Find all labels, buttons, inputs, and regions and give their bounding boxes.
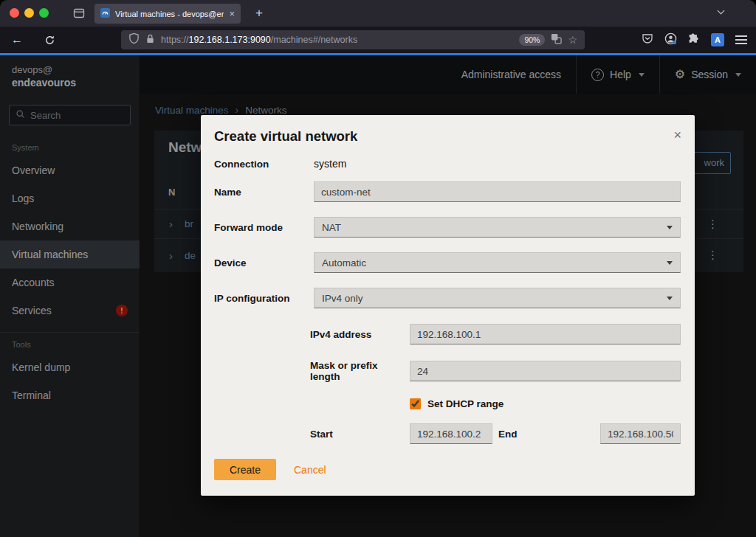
device-value: Automatic <box>322 257 366 268</box>
dhcp-label: Set DHCP range <box>427 398 504 409</box>
name-label: Name <box>214 187 314 198</box>
end-label: End <box>498 429 600 440</box>
browser-window: Virtual machines - devops@end × + ← http… <box>0 0 756 537</box>
start-field[interactable] <box>410 423 492 444</box>
extensions-icon[interactable] <box>688 32 700 47</box>
forward-mode-label: Forward mode <box>214 222 314 233</box>
ip-config-value: IPv4 only <box>322 293 363 304</box>
forward-mode-value: NAT <box>322 222 341 233</box>
tab-close-icon[interactable]: × <box>229 9 235 18</box>
ip-config-select[interactable]: IPv4 only <box>314 288 681 308</box>
create-virtual-network-modal: Create virtual network × Connection syst… <box>201 115 695 496</box>
connection-label: Connection <box>214 159 314 170</box>
select-caret-icon <box>667 261 673 265</box>
select-caret-icon <box>667 297 673 300</box>
device-select[interactable]: Automatic <box>314 252 681 273</box>
cockpit-app: devops@ endeavouros System Overview Logs… <box>0 55 756 537</box>
tab-favicon-icon <box>100 7 110 21</box>
translate-icon[interactable] <box>551 33 562 47</box>
back-button[interactable]: ← <box>7 30 27 49</box>
lock-icon[interactable] <box>145 33 155 47</box>
tab-title: Virtual machines - devops@end <box>115 10 224 18</box>
reload-button[interactable] <box>40 30 59 49</box>
pocket-icon[interactable] <box>642 32 653 47</box>
new-tab-button[interactable]: + <box>250 3 269 23</box>
firefox-view-icon[interactable] <box>73 7 85 22</box>
forward-mode-select[interactable]: NAT <box>314 217 681 238</box>
ipv4-address-field[interactable] <box>410 324 681 344</box>
translate-extension-icon[interactable]: A <box>711 33 724 46</box>
dhcp-checkbox[interactable] <box>410 398 421 409</box>
account-icon[interactable] <box>664 32 677 48</box>
modal-title: Create virtual network <box>214 128 357 145</box>
zoom-badge[interactable]: 90% <box>519 34 545 46</box>
start-label: Start <box>310 429 410 440</box>
tracking-shield-icon[interactable] <box>128 32 140 47</box>
traffic-light-minimize[interactable] <box>24 8 34 18</box>
browser-tab[interactable]: Virtual machines - devops@end × <box>94 4 241 24</box>
connection-value: system <box>314 158 346 170</box>
tab-list-chevron-icon[interactable] <box>718 7 725 15</box>
create-button[interactable]: Create <box>214 459 276 480</box>
name-field[interactable] <box>314 181 681 202</box>
modal-close-button[interactable]: × <box>673 128 681 142</box>
cancel-button[interactable]: Cancel <box>294 464 326 476</box>
bookmark-star-icon[interactable]: ☆ <box>568 34 577 46</box>
url-text: https://192.168.1.173:9090/machines#/net… <box>161 35 357 45</box>
toolbar-actions: A <box>642 27 749 53</box>
browser-toolbar: ← https://192.168.1.173:9090/machines#/n… <box>0 27 756 53</box>
select-caret-icon <box>667 226 673 229</box>
traffic-light-close[interactable] <box>10 8 19 18</box>
mask-label: Mask or prefix length <box>310 360 410 382</box>
url-bar[interactable]: https://192.168.1.173:9090/machines#/net… <box>121 30 585 49</box>
end-field[interactable] <box>600 423 681 444</box>
menu-icon[interactable] <box>735 35 749 45</box>
mask-field[interactable] <box>410 361 681 381</box>
ipv4-address-label: IPv4 address <box>310 329 410 340</box>
ip-config-label: IP configuration <box>214 293 314 304</box>
device-label: Device <box>214 257 314 268</box>
browser-tab-bar: Virtual machines - devops@end × + <box>0 0 756 27</box>
traffic-light-zoom[interactable] <box>39 8 49 18</box>
